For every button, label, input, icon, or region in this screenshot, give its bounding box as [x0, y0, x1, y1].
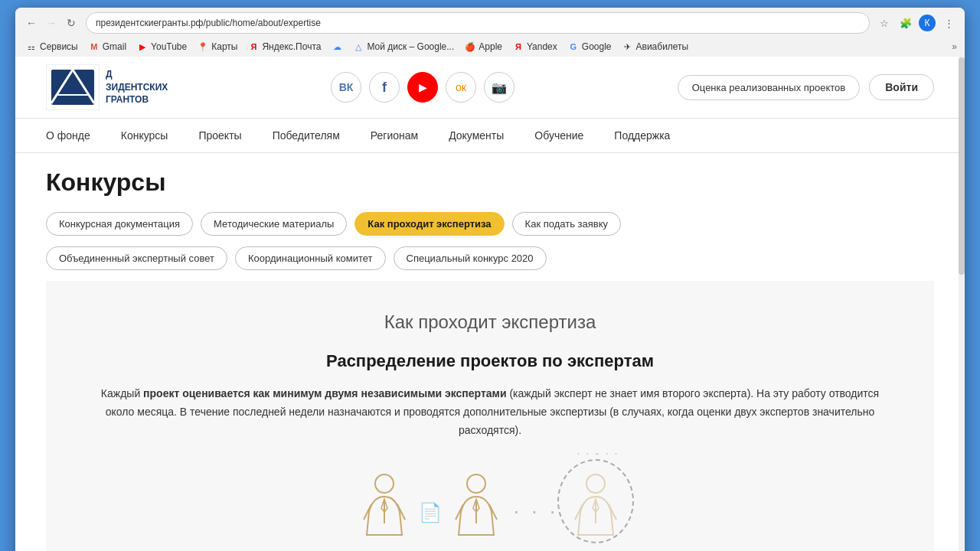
nav-item-regions[interactable]: Регионам [371, 129, 418, 152]
yandex-mail-icon: Я [248, 41, 259, 52]
section-subtitle: Распределение проектов по экспертам [92, 351, 888, 371]
address-bar[interactable]: президентскиегранты.рф/public/home/about… [86, 12, 870, 34]
person-1-svg [358, 470, 411, 539]
logo-line2: ЗИДЕНТСКИХ [106, 81, 168, 94]
login-button[interactable]: Войти [869, 74, 934, 100]
svg-line-13 [489, 504, 497, 520]
back-button[interactable]: ← [23, 15, 40, 31]
evaluate-button[interactable]: Оценка реализованных проектов [678, 75, 861, 100]
content-section: Как проходит экспертиза Распределение пр… [46, 281, 934, 551]
dots-above-right: · · · [596, 447, 619, 459]
bookmark-youtube[interactable]: ▶ YouTube [137, 41, 187, 52]
nav-item-documents[interactable]: Документы [449, 129, 504, 152]
person-3-svg [569, 470, 622, 539]
logo-line1: Д [106, 68, 168, 81]
tab-special-competition[interactable]: Специальный конкурс 2020 [394, 246, 547, 270]
social-vk[interactable]: ВК [331, 72, 361, 103]
yandex-icon: Я [513, 41, 524, 52]
cloud-icon: ☁ [332, 41, 342, 52]
bookmark-maps[interactable]: 📍 Карты [198, 41, 237, 52]
nav-item-education[interactable]: Обучение [534, 129, 583, 152]
svg-line-7 [364, 504, 371, 520]
social-instagram[interactable]: 📷 [484, 72, 514, 103]
svg-rect-0 [51, 70, 94, 105]
flights-icon: ✈ [622, 41, 633, 52]
forward-button[interactable]: → [43, 15, 60, 31]
logo-box [46, 64, 100, 110]
page-title: Конкурсы [46, 168, 934, 197]
bookmark-gmail[interactable]: M Gmail [89, 41, 126, 52]
bookmark-google[interactable]: G Google [568, 41, 612, 52]
svg-line-8 [397, 504, 405, 520]
tabs-row-1: Конкурсная документация Методические мат… [46, 212, 934, 236]
logo-image [50, 68, 96, 106]
maps-icon: 📍 [198, 41, 208, 52]
site-nav: О фонде Конкурсы Проекты Победителям Рег… [15, 119, 965, 153]
tab-coordination-committee[interactable]: Координационный комитет [235, 246, 386, 270]
apple-icon: 🍎 [465, 41, 475, 52]
document-icon: 📄 [419, 502, 442, 539]
figure-person-2 [449, 470, 503, 539]
bookmark-drive[interactable]: △ Мой диск – Google... [353, 41, 454, 52]
svg-point-14 [586, 474, 605, 493]
bookmark-maps-label: Карты [211, 41, 237, 52]
figure-person-1 [358, 470, 411, 539]
tab-how-to-apply[interactable]: Как подать заявку [512, 212, 621, 236]
social-facebook[interactable]: f [369, 72, 400, 103]
bookmark-youtube-label: YouTube [151, 41, 187, 52]
scrollbar-thumb[interactable] [959, 57, 965, 275]
youtube-icon: ▶ [137, 41, 148, 52]
nav-buttons: ← → ↻ [23, 15, 80, 31]
bookmark-flights-label: Авиабилеты [636, 41, 689, 52]
browser-toolbar: ← → ↻ президентскиегранты.рф/public/home… [23, 12, 957, 38]
nav-item-about[interactable]: О фонде [46, 129, 90, 152]
nav-item-winners[interactable]: Победителям [273, 129, 340, 152]
svg-line-12 [456, 504, 463, 520]
svg-line-18 [609, 504, 616, 520]
person-2-svg [449, 470, 503, 539]
logo-line3: ГРАНТОВ [106, 93, 168, 106]
bookmarks-more[interactable]: » [952, 41, 957, 52]
bookmark-drive-label: Мой диск – Google... [367, 41, 454, 52]
bookmark-cloud[interactable]: ☁ [332, 41, 342, 52]
social-odnoklassniki[interactable]: ок [446, 72, 476, 103]
social-youtube[interactable]: ▶ [407, 72, 438, 103]
tab-expert-council[interactable]: Объединенный экспертный совет [46, 246, 227, 270]
nav-item-competitions[interactable]: Конкурсы [121, 129, 168, 152]
nav-item-support[interactable]: Поддержка [614, 129, 670, 152]
services-icon: ⚏ [26, 41, 37, 52]
svg-point-9 [467, 474, 485, 493]
tab-how-expertise[interactable]: Как проходит экспертиза [354, 212, 504, 236]
bookmark-yandex-label: Yandex [527, 41, 557, 52]
bookmarks-bar: ⚏ Сервисы M Gmail ▶ YouTube 📍 Карты Я Ян… [23, 38, 957, 57]
bookmark-yandex[interactable]: Я Yandex [513, 41, 557, 52]
dots-separator: · · · [514, 499, 559, 539]
bookmark-yandex-mail[interactable]: Я Яндекс.Почта [248, 41, 321, 52]
bookmark-services[interactable]: ⚏ Сервисы [26, 41, 78, 52]
tab-competition-docs[interactable]: Конкурсная документация [46, 212, 193, 236]
reload-button[interactable]: ↻ [63, 15, 80, 31]
menu-icon[interactable]: ⋮ [940, 15, 957, 31]
browser-window: ← → ↻ президентскиегранты.рф/public/home… [15, 8, 965, 551]
bookmark-apple[interactable]: 🍎 Apple [465, 41, 502, 52]
extension-icon[interactable]: 🧩 [897, 15, 914, 31]
section-text: Каждый проект оценивается как минимум дв… [92, 385, 888, 439]
bookmark-icon[interactable]: ☆ [876, 15, 893, 31]
nav-item-projects[interactable]: Проекты [198, 129, 241, 152]
figure-person-3-highlighted: · · · · · · [569, 470, 622, 539]
gmail-icon: M [89, 41, 100, 52]
bookmark-apple-label: Apple [479, 41, 502, 52]
header-right: Оценка реализованных проектов Войти [678, 74, 934, 100]
bookmark-gmail-label: Gmail [103, 41, 126, 52]
logo-text: Д ЗИДЕНТСКИХ ГРАНТОВ [106, 68, 168, 106]
tabs-row-2: Объединенный экспертный совет Координаци… [46, 246, 934, 270]
figures-area: 📄 · · · [92, 462, 888, 539]
tab-methodical-materials[interactable]: Методические материалы [201, 212, 347, 236]
browser-chrome: ← → ↻ президентскиегранты.рф/public/home… [15, 8, 965, 57]
profile-icon[interactable]: К [919, 15, 936, 31]
scrollbar-track[interactable] [959, 57, 965, 551]
google-icon: G [568, 41, 579, 52]
svg-line-17 [575, 504, 583, 520]
bookmark-services-label: Сервисы [40, 41, 78, 52]
bookmark-flights[interactable]: ✈ Авиабилеты [622, 41, 689, 52]
